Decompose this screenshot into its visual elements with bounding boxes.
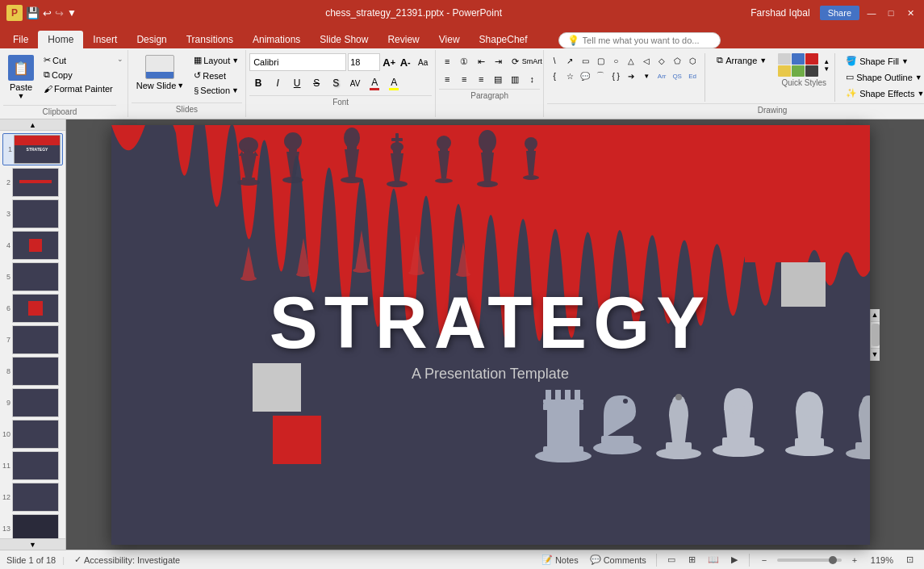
tab-slideshow[interactable]: Slide Show bbox=[310, 31, 378, 48]
thumbnail-3[interactable]: 3 bbox=[2, 199, 63, 228]
tab-insert[interactable]: Insert bbox=[83, 31, 127, 48]
shape-hexagon[interactable]: ⬡ bbox=[685, 53, 700, 68]
zoom-in-btn[interactable]: + bbox=[847, 554, 863, 567]
font-name-input[interactable] bbox=[249, 53, 346, 71]
thumbnail-9[interactable]: 9 bbox=[2, 388, 63, 417]
columns-button[interactable]: ▥ bbox=[507, 71, 523, 87]
shape-formula[interactable]: { } bbox=[608, 69, 623, 83]
tab-shapechef[interactable]: ShapeChef bbox=[470, 31, 537, 48]
qs-swatch-4[interactable] bbox=[778, 65, 791, 77]
shape-line[interactable]: \ bbox=[547, 53, 562, 68]
thumbnail-8[interactable]: 8 bbox=[2, 357, 63, 386]
tell-me-input[interactable] bbox=[583, 36, 712, 45]
decrease-indent-button[interactable]: ⇤ bbox=[473, 53, 489, 69]
paste-button[interactable]: 📋 Paste ▼ bbox=[3, 52, 39, 103]
clear-format-button[interactable]: Aa bbox=[414, 53, 432, 71]
zoom-out-btn[interactable]: − bbox=[756, 554, 772, 567]
bullets-button[interactable]: ≡ bbox=[439, 53, 455, 69]
tab-transitions[interactable]: Transitions bbox=[177, 31, 243, 48]
slide-canvas[interactable]: STRATEGY A Presentation Template bbox=[111, 125, 870, 545]
qs-down[interactable]: ▼ bbox=[823, 66, 830, 73]
thumbnail-1[interactable]: 1 STRATEGY bbox=[2, 133, 63, 165]
font-color-button[interactable]: A bbox=[366, 74, 383, 92]
section-dropdown[interactable]: ▼ bbox=[232, 86, 239, 94]
align-center-button[interactable]: ≡ bbox=[456, 71, 472, 87]
close-button[interactable]: ✕ bbox=[903, 6, 918, 20]
shape-rounded-rect[interactable]: ▢ bbox=[593, 53, 608, 68]
thumbnail-11[interactable]: 11 bbox=[2, 451, 63, 480]
qs-up[interactable]: ▲ bbox=[823, 59, 830, 65]
scroll-down-btn[interactable]: ▼ bbox=[871, 348, 880, 361]
shape-rect[interactable]: ▭ bbox=[578, 53, 592, 68]
arrange-button[interactable]: ⧉ Arrange ▼ bbox=[710, 53, 773, 67]
qs-swatch-2[interactable] bbox=[792, 53, 805, 65]
qs-swatch-3[interactable] bbox=[805, 53, 818, 65]
thumbnail-12[interactable]: 12 bbox=[2, 483, 63, 512]
line-spacing-button[interactable]: ↕ bbox=[524, 71, 540, 87]
shape-pentagon[interactable]: ⬠ bbox=[670, 53, 684, 68]
shape-arc[interactable]: ⌒ bbox=[593, 69, 608, 83]
copy-button[interactable]: ⧉ Copy bbox=[40, 68, 116, 82]
shape-effects-button[interactable]: ✨ Shape Effects ▼ bbox=[840, 86, 924, 101]
thumbnail-4[interactable]: 4 bbox=[2, 231, 63, 260]
underline-button[interactable]: U bbox=[288, 74, 306, 92]
redo-icon[interactable]: ↪ bbox=[55, 7, 64, 19]
scroll-up-btn[interactable]: ▲ bbox=[871, 309, 880, 322]
shape-diamond[interactable]: ◇ bbox=[654, 53, 669, 68]
tab-file[interactable]: File bbox=[3, 31, 38, 48]
section-button[interactable]: § Section ▼ bbox=[190, 84, 242, 97]
shadow-button[interactable]: S bbox=[327, 74, 345, 92]
scroll-thumb[interactable] bbox=[872, 324, 880, 346]
tab-design[interactable]: Design bbox=[127, 31, 176, 48]
decrease-font-button[interactable]: A- bbox=[398, 55, 412, 69]
thumbnail-2[interactable]: 2 bbox=[2, 168, 63, 197]
comments-button[interactable]: 💬 Comments bbox=[587, 554, 650, 566]
increase-font-button[interactable]: A+ bbox=[382, 55, 396, 69]
layout-button[interactable]: ▦ Layout ▼ bbox=[190, 53, 242, 67]
share-button[interactable]: Share bbox=[820, 6, 859, 20]
tab-view[interactable]: View bbox=[429, 31, 470, 48]
arrange-dropdown[interactable]: ▼ bbox=[759, 56, 767, 65]
shape-rtriangle[interactable]: ◁ bbox=[639, 53, 654, 68]
shape-outline-button[interactable]: ▭ Shape Outline ▼ bbox=[840, 69, 924, 85]
increase-indent-button[interactable]: ⇥ bbox=[490, 53, 506, 69]
customize-icon[interactable]: ▼ bbox=[67, 7, 77, 19]
notes-button[interactable]: 📝 Notes bbox=[538, 554, 582, 566]
thumbnail-7[interactable]: 7 bbox=[2, 325, 63, 354]
shape-qs[interactable]: QS bbox=[670, 69, 684, 83]
italic-button[interactable]: I bbox=[269, 74, 286, 92]
qs-swatch-1[interactable] bbox=[778, 53, 791, 65]
accessibility-check[interactable]: ✓ Accessibility: Investigate bbox=[71, 554, 183, 566]
shape-curly[interactable]: { bbox=[547, 69, 562, 83]
reading-view-btn[interactable]: 📖 bbox=[705, 554, 721, 567]
zoom-thumb[interactable] bbox=[829, 556, 837, 564]
shape-triangle[interactable]: △ bbox=[624, 53, 638, 68]
new-slide-dropdown[interactable]: ▼ bbox=[177, 82, 184, 90]
tab-animations[interactable]: Animations bbox=[243, 31, 310, 48]
clipboard-collapse[interactable]: ⌄ bbox=[116, 52, 124, 115]
char-spacing-button[interactable]: AV bbox=[346, 74, 364, 92]
tab-home[interactable]: Home bbox=[38, 31, 83, 48]
cut-button[interactable]: ✂ Cut bbox=[40, 53, 116, 67]
layout-dropdown[interactable]: ▼ bbox=[232, 56, 239, 65]
slide-sorter-btn[interactable]: ⊞ bbox=[684, 554, 700, 567]
fill-dropdown[interactable]: ▼ bbox=[901, 57, 909, 65]
numbering-button[interactable]: ① bbox=[456, 53, 472, 69]
thumb-scroll-down[interactable]: ▼ bbox=[0, 538, 65, 550]
minimize-button[interactable]: — bbox=[864, 6, 879, 20]
highlight-button[interactable]: A bbox=[385, 74, 403, 92]
align-right-button[interactable]: ≡ bbox=[473, 71, 489, 87]
shape-arrange[interactable]: Arr bbox=[654, 69, 669, 83]
qs-swatch-6[interactable] bbox=[805, 65, 818, 77]
align-left-button[interactable]: ≡ bbox=[439, 71, 455, 87]
shape-block-arrow[interactable]: ➔ bbox=[624, 69, 638, 83]
zoom-level[interactable]: 119% bbox=[868, 554, 897, 566]
zoom-slider[interactable] bbox=[777, 559, 842, 562]
text-direction-button[interactable]: ⟳ bbox=[507, 53, 523, 69]
bold-button[interactable]: B bbox=[249, 74, 267, 92]
shape-star[interactable]: ☆ bbox=[562, 69, 577, 83]
normal-view-btn[interactable]: ▭ bbox=[663, 554, 679, 567]
slideshow-btn[interactable]: ▶ bbox=[726, 554, 742, 567]
qs-swatch-5[interactable] bbox=[792, 65, 805, 77]
thumb-scroll-up[interactable]: ▲ bbox=[0, 119, 65, 131]
